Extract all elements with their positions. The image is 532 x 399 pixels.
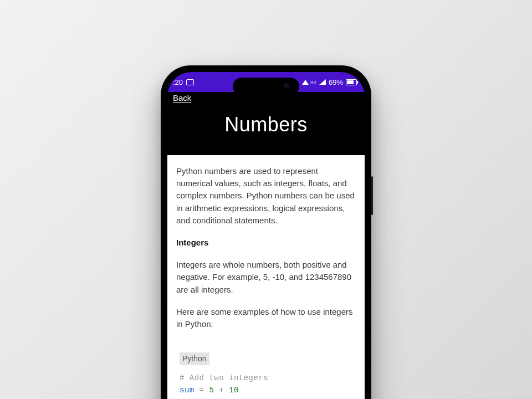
cellular-signal-icon [319,79,326,85]
cast-icon [186,79,194,85]
status-right: HD 69% [302,78,357,86]
code-token-num: 10 [229,386,239,395]
wifi-icon [302,80,309,85]
device-mock-stage: :20 HD 69% Back Numbers Python numbers a [0,0,532,399]
page-title: Numbers [173,113,359,136]
code-block: # Add two integers sum = 5 + 10 print(su… [176,372,356,399]
code-comment: # Add two integers [180,374,268,382]
intro-paragraph: Python numbers are used to represent num… [176,165,356,227]
code-language-badge: Python [180,352,209,365]
phone-screen: :20 HD 69% Back Numbers Python numbers a [167,72,365,399]
integers-paragraph-1: Integers are whole numbers, both positiv… [176,259,356,296]
network-type-label: HD [310,80,316,84]
dynamic-island [233,78,299,95]
code-token-num: 5 [209,386,214,395]
integers-paragraph-2: Here are some examples of how to use int… [176,306,356,330]
battery-percent: 69% [329,78,343,86]
phone-frame: :20 HD 69% Back Numbers Python numbers a [161,65,371,399]
status-left: :20 [173,78,194,86]
page-header: Numbers [167,105,365,155]
code-token-op: = [195,386,209,395]
back-button[interactable]: Back [173,93,191,103]
code-token-var: sum [180,386,195,395]
code-token-op: + [214,386,229,395]
section-heading-integers: Integers [176,238,208,247]
article-body[interactable]: Python numbers are used to represent num… [167,155,365,399]
status-time: :20 [173,78,183,86]
battery-icon [346,79,357,85]
